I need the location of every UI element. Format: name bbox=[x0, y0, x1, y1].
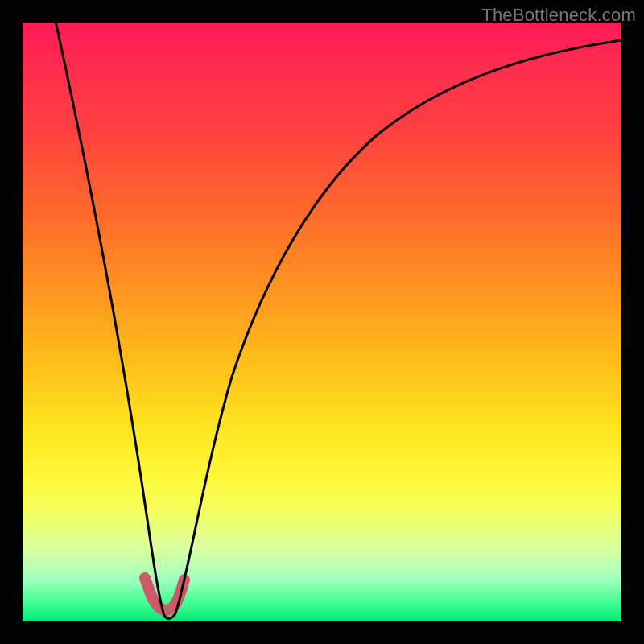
plot-area bbox=[23, 23, 621, 621]
watermark-text: TheBottleneck.com bbox=[481, 5, 636, 26]
bottleneck-curve bbox=[55, 23, 621, 618]
chart-frame: TheBottleneck.com bbox=[0, 0, 644, 644]
curve-layer bbox=[23, 23, 621, 621]
